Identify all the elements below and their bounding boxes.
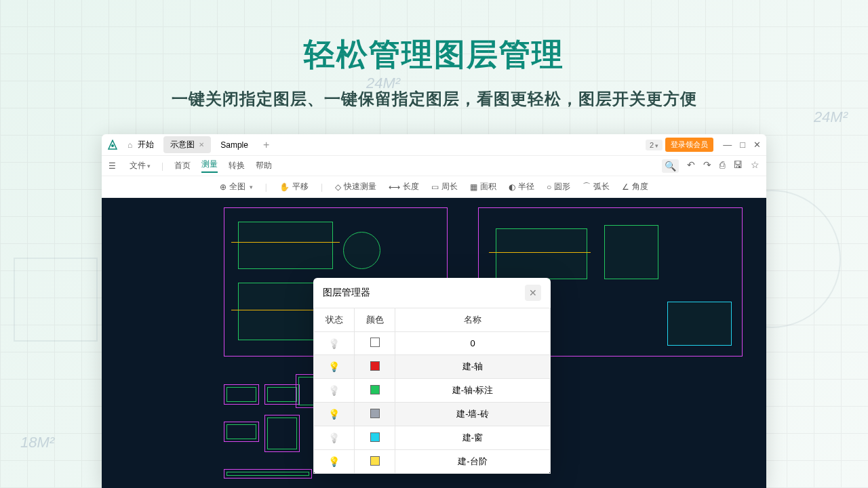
cad-part: [224, 422, 259, 442]
menu-help[interactable]: 帮助: [256, 160, 272, 171]
menubar: ☰ 文件▾ | 首页 测量 转换 帮助 🔍 ↶ ↷ ⎙ 🖫 ☆: [102, 156, 766, 176]
layer-name: 建-轴-标注: [395, 379, 551, 403]
minimize-icon[interactable]: —: [723, 140, 732, 150]
tool-arc[interactable]: ⌒ 弧长: [583, 181, 610, 192]
window-controls: — □ ✕: [723, 140, 761, 150]
dialog-close-button[interactable]: ✕: [525, 285, 541, 301]
layer-row[interactable]: 💡0: [314, 332, 551, 355]
tool-fit[interactable]: ⊕ 全图▾: [220, 181, 253, 192]
app-window: ⌂ 开始 示意图 ✕ Sample + 2▾ 登录领会员 — □ ✕ ☰ 文件▾…: [102, 134, 766, 488]
menu-home[interactable]: 首页: [174, 160, 191, 171]
home-tab[interactable]: ⌂ 开始: [121, 136, 161, 153]
print-icon[interactable]: ⎙: [719, 159, 725, 173]
svg-point-0: [111, 144, 114, 147]
bulb-icon[interactable]: 💡: [328, 361, 340, 372]
tool-radius[interactable]: ◐ 半径: [509, 181, 534, 192]
layer-row[interactable]: 💡建-墙-砖: [314, 403, 551, 426]
bulb-icon[interactable]: 💡: [328, 338, 340, 349]
layer-name: 建-窗: [395, 426, 551, 450]
layer-name: 建-墙-砖: [395, 403, 551, 426]
login-button[interactable]: 登录领会员: [665, 138, 713, 152]
color-swatch[interactable]: [370, 409, 380, 418]
layer-name: 0: [395, 332, 551, 355]
layer-row[interactable]: 💡建-台阶: [314, 450, 551, 474]
cad-part: [264, 415, 300, 452]
bulb-icon[interactable]: 💡: [328, 432, 340, 443]
cad-part: [224, 469, 312, 479]
cad-part: [264, 384, 300, 405]
color-swatch[interactable]: [370, 385, 380, 394]
document-tab-0[interactable]: 示意图 ✕: [163, 136, 211, 153]
tool-pan[interactable]: ✋ 平移: [279, 181, 309, 192]
tool-perimeter[interactable]: ▭ 周长: [431, 181, 458, 192]
cad-part: [224, 384, 259, 405]
layer-table: 状态 颜色 名称 💡0💡建-轴💡建-轴-标注💡建-墙-砖💡建-窗💡建-台阶: [313, 308, 551, 474]
dialog-title: 图层管理器: [323, 287, 370, 299]
color-swatch[interactable]: [370, 361, 380, 371]
document-tab-1[interactable]: Sample: [214, 138, 255, 152]
maximize-icon[interactable]: □: [740, 140, 745, 150]
version-badge[interactable]: 2▾: [646, 140, 663, 150]
tab-label: Sample: [220, 140, 248, 150]
tab-label: 示意图: [170, 139, 195, 150]
layer-manager-dialog: 图层管理器 ✕ 状态 颜色 名称 💡0💡建-轴💡建-轴-标注💡建-墙-砖💡建-窗…: [313, 278, 551, 474]
hamburger-icon[interactable]: ☰: [108, 161, 116, 171]
tool-circle[interactable]: ○ 圆形: [547, 181, 570, 192]
drawing-canvas[interactable]: 图层管理器 ✕ 状态 颜色 名称 💡0💡建-轴💡建-轴-标注💡建-墙-砖💡建-窗…: [102, 198, 766, 488]
home-tab-label: 开始: [138, 139, 154, 150]
toolbar: ⊕ 全图▾ | ✋ 平移 | ◇ 快速测量 ⟷ 长度 ▭ 周长 ▦ 面积 ◐ 半…: [102, 176, 766, 198]
close-icon[interactable]: ✕: [199, 141, 204, 148]
color-swatch[interactable]: [370, 338, 380, 347]
new-tab-button[interactable]: +: [258, 139, 275, 151]
col-name: 名称: [395, 308, 551, 332]
tool-angle[interactable]: ∠ 角度: [622, 181, 648, 192]
color-swatch[interactable]: [370, 432, 380, 442]
undo-icon[interactable]: ↶: [687, 159, 695, 173]
bg-dim-3: 24M²: [814, 108, 848, 126]
search-icon[interactable]: 🔍: [662, 159, 679, 173]
layer-row[interactable]: 💡建-轴-标注: [314, 379, 551, 403]
layer-name: 建-台阶: [395, 450, 551, 474]
file-menu[interactable]: 文件▾: [130, 160, 151, 171]
color-swatch[interactable]: [370, 456, 380, 466]
bulb-icon[interactable]: 💡: [328, 456, 340, 467]
bulb-icon[interactable]: 💡: [328, 409, 340, 420]
tool-quick-measure[interactable]: ◇ 快速测量: [335, 181, 376, 192]
redo-icon[interactable]: ↷: [703, 159, 711, 173]
tool-length[interactable]: ⟷ 长度: [389, 181, 419, 192]
bookmark-icon[interactable]: ☆: [751, 159, 760, 173]
menu-measure[interactable]: 测量: [201, 159, 218, 173]
col-state: 状态: [314, 308, 355, 332]
close-icon[interactable]: ✕: [753, 140, 761, 150]
col-color: 颜色: [355, 308, 395, 332]
menu-convert[interactable]: 转换: [229, 160, 245, 171]
bg-dim-2: 24M²: [366, 75, 400, 92]
layer-row[interactable]: 💡建-轴: [314, 355, 551, 379]
layer-name: 建-轴: [395, 355, 551, 379]
save-icon[interactable]: 🖫: [733, 159, 743, 173]
app-logo-icon: [107, 140, 118, 150]
titlebar: ⌂ 开始 示意图 ✕ Sample + 2▾ 登录领会员 — □ ✕: [102, 134, 766, 156]
home-icon: ⌂: [127, 140, 132, 150]
layer-row[interactable]: 💡建-窗: [314, 426, 551, 450]
bulb-icon[interactable]: 💡: [328, 385, 340, 396]
bg-dim-1: 18M²: [20, 434, 54, 451]
tool-area[interactable]: ▦ 面积: [470, 181, 496, 192]
